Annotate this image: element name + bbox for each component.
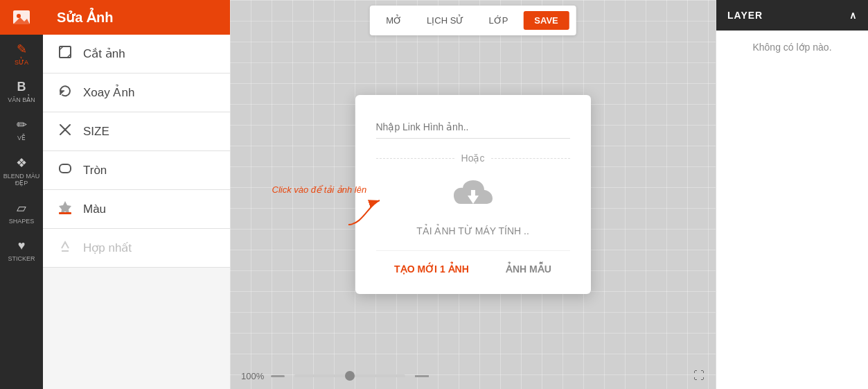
modal-footer: TẠO MỚI 1 ẢNH ẢNH MẪU [376,250,570,280]
sidebar-item-shapes[interactable]: ▱ SHAPES [0,193,43,232]
right-panel: LAYER ∧ Không có lớp nào. [716,0,868,389]
svg-marker-5 [59,201,71,214]
right-panel-header: LAYER ∧ [716,0,868,31]
upload-label: TẢI ẢNH TỪ MÁY TÍNH .. [416,225,529,236]
sample-photo-button[interactable]: ẢNH MẪU [495,258,563,280]
size-label: SIZE [83,125,109,139]
image-link-input[interactable] [376,116,570,139]
sidebar-item-sticker[interactable]: ♥ STICKER [0,232,43,269]
upload-modal: Hoặc Click vào để tải ảnh lên [355,95,591,294]
tron-icon [57,161,73,180]
tool-item-mau[interactable]: Màu [43,190,230,229]
app-logo [0,0,43,35]
tool-item-tron[interactable]: Tròn [43,151,230,190]
modal-divider: Hoặc [376,153,570,164]
sidebar-item-ve[interactable]: ✏ VẼ [0,110,43,148]
sua-icon: ✎ [17,42,27,57]
svg-rect-4 [60,164,71,173]
ve-icon: ✏ [17,117,27,132]
size-icon [57,122,73,141]
right-panel-empty: Không có lớp nào. [716,31,868,64]
xoay-anh-icon [57,83,73,102]
tron-label: Tròn [83,164,107,178]
sidebar-item-blend-mau[interactable]: ❖ BLEND MÀU ĐẸP [0,148,43,193]
no-layers-text: Không có lớp nào. [752,42,831,53]
hop-nhat-label: Hợp nhất [83,241,132,255]
sidebar-item-blend-mau-label: BLEND MÀU ĐẸP [0,173,43,187]
left-sidebar: ✎ SỬA B VĂN BẢN ✏ VẼ ❖ BLEND MÀU ĐẸP ▱ S… [0,0,43,389]
mau-label: Màu [83,202,106,216]
right-panel-title: LAYER [727,10,763,21]
tool-panel-title: Sửa Ảnh [57,9,113,26]
tool-panel: Sửa Ảnh Cắt ảnh Xoay Ảnh SIZE [43,0,230,389]
sidebar-item-van-ban[interactable]: B VĂN BẢN [0,73,43,110]
sidebar-item-shapes-label: SHAPES [9,218,35,225]
van-ban-icon: B [17,80,26,94]
sticker-icon: ♥ [18,239,26,253]
tool-item-xoay-anh[interactable]: Xoay Ảnh [43,74,230,112]
hop-nhat-icon [57,239,73,257]
cat-anh-label: Cắt ảnh [83,46,125,61]
sidebar-item-sua[interactable]: ✎ SỬA [0,35,43,73]
shapes-icon: ▱ [17,200,26,216]
xoay-anh-label: Xoay Ảnh [83,85,134,100]
annotation-text: Click vào để tải ảnh lên [272,184,367,195]
tool-panel-header: Sửa Ảnh [43,0,230,35]
chevron-up-icon[interactable]: ∧ [849,10,857,21]
modal-overlay: Hoặc Click vào để tải ảnh lên [230,0,716,389]
sidebar-item-ve-label: VẼ [17,135,26,141]
sidebar-item-sticker-label: STICKER [8,255,35,262]
tool-item-size[interactable]: SIZE [43,112,230,151]
upload-cloud-icon [452,178,494,220]
cat-anh-icon [57,44,73,63]
tool-item-hop-nhat[interactable]: Hợp nhất [43,229,230,268]
mau-icon [57,200,73,218]
create-new-button[interactable]: TẠO MỚI 1 ẢNH [383,258,480,280]
tool-item-cat-anh[interactable]: Cắt ảnh [43,35,230,74]
sidebar-item-sua-label: SỬA [15,59,28,66]
blend-mau-icon: ❖ [16,155,27,171]
svg-rect-6 [59,212,71,214]
upload-area[interactable]: Click vào để tải ảnh lên [376,178,570,236]
divider-text: Hoặc [461,153,485,164]
sidebar-item-van-ban-label: VĂN BẢN [8,96,35,103]
canvas-area: MỞ LỊCH SỬ LỚP SAVE Hoặc Click vào để tả… [230,0,716,389]
